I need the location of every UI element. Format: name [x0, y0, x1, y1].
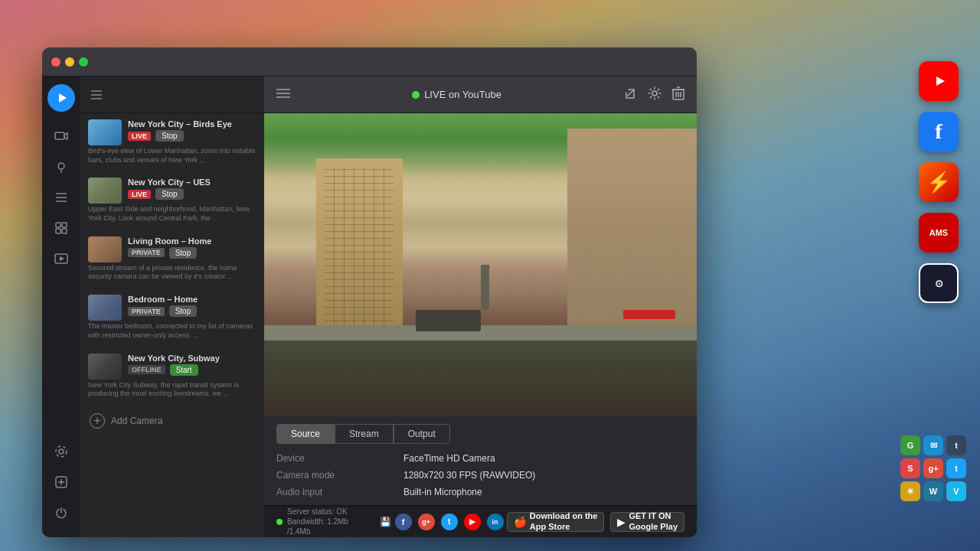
nav-medical-icon[interactable]	[49, 470, 74, 494]
svg-rect-14	[62, 229, 67, 233]
svg-marker-5	[64, 133, 67, 139]
google-play-icon: ▶	[617, 516, 626, 528]
camera-desc: Bird's-eye view of Lower Manhattan, zoom…	[88, 147, 256, 165]
camera-item[interactable]: New York City, Subway Offline Start New …	[80, 347, 264, 406]
live-status-text: LIVE on YouTube	[424, 89, 501, 100]
street-light	[481, 265, 489, 310]
camera-desc: Upper East Side and neighborhood, Manhat…	[88, 205, 256, 223]
nav-settings-icon[interactable]	[49, 439, 74, 464]
hamburger-menu-icon[interactable]	[276, 88, 290, 102]
device-label: Device	[276, 453, 391, 464]
camera-list-header	[80, 77, 264, 113]
video-background	[264, 113, 697, 416]
footer: Server status: OK Bandwidth: 1.2Mb /1.4M…	[264, 505, 697, 537]
small-icon-3[interactable]: t	[946, 435, 966, 455]
start-button[interactable]: Start	[170, 364, 198, 376]
nav-grid-icon[interactable]	[49, 216, 74, 240]
small-icon-7[interactable]: ☀	[900, 481, 920, 501]
youtube-dock-icon[interactable]	[919, 61, 959, 101]
social-icons: f g+ t ▶ in	[391, 514, 506, 530]
server-status: Server status: OK Bandwidth: 1.2Mb /1.4M…	[276, 507, 391, 536]
camera-name: New York City – Birds Eye	[128, 119, 256, 129]
device-value: FaceTime HD Camera	[403, 453, 684, 464]
small-icon-2[interactable]: ✉	[923, 435, 943, 455]
facebook-social-icon[interactable]: f	[395, 514, 412, 530]
ams-dock-icon[interactable]: AMS	[919, 213, 959, 253]
stop-button[interactable]: Stop	[169, 305, 198, 317]
tab-source[interactable]: Source	[276, 424, 335, 444]
add-camera-button[interactable]: + Add Camera	[80, 406, 264, 436]
status-badge: Offline	[128, 365, 165, 374]
small-icon-9[interactable]: V	[946, 481, 966, 501]
small-icon-8[interactable]: W	[923, 481, 943, 501]
stop-button[interactable]: Stop	[155, 188, 184, 200]
googleplus-social-icon[interactable]: g+	[418, 514, 435, 530]
nav-power-icon[interactable]	[49, 500, 74, 525]
app-store-text: Download on the App Store	[530, 511, 598, 531]
small-icon-5[interactable]: g+	[923, 458, 943, 478]
live-dot	[412, 91, 420, 99]
small-icon-4[interactable]: S	[900, 458, 920, 478]
twitter-social-icon[interactable]: t	[441, 514, 458, 530]
svg-rect-13	[56, 229, 60, 233]
add-circle-icon: +	[90, 413, 105, 429]
camera-name: New York City – UES	[128, 178, 256, 187]
camera-mode-label: Camera mode	[276, 470, 391, 481]
camera-item[interactable]: New York City – Birds Eye LIVE Stop Bird…	[80, 113, 264, 171]
s5-dock-icon[interactable]: ⊙	[919, 263, 959, 303]
camera-mode-value: 980x551 30 FPS (RAWVIDEO)	[403, 470, 684, 481]
youtube-social-icon[interactable]: ▶	[464, 514, 481, 530]
nav-play-icon[interactable]	[49, 246, 74, 271]
facebook-dock-icon[interactable]: f	[919, 112, 959, 152]
close-button[interactable]	[51, 57, 60, 67]
camera-thumbnail	[88, 354, 122, 380]
server-status-text: Server status: OK Bandwidth: 1.2Mb /1.4M…	[287, 507, 373, 536]
camera-thumbnail	[88, 295, 122, 321]
top-bar: LIVE on YouTube	[264, 77, 697, 113]
sidewalk	[264, 325, 697, 341]
audio-input-value: Built-in Microphone	[403, 487, 684, 497]
add-camera-label: Add Camera	[111, 416, 162, 426]
building-left-windows	[325, 168, 394, 334]
svg-rect-12	[62, 223, 67, 227]
camera-item[interactable]: New York City – UES LIVE Stop Upper East…	[80, 171, 264, 230]
traffic-lights	[51, 57, 88, 67]
minimize-button[interactable]	[65, 57, 74, 67]
google-play-text: GET IT ON Google Play	[629, 511, 678, 531]
nav-list-icon[interactable]	[49, 185, 74, 210]
main-content: New York City – Birds Eye LIVE Stop Bird…	[42, 77, 697, 537]
stop-button[interactable]: Stop	[169, 247, 198, 259]
bottom-controls: Source Stream Output Device FaceTime HD …	[264, 416, 697, 505]
svg-point-17	[59, 449, 64, 454]
svg-rect-11	[56, 223, 60, 227]
tab-output[interactable]: Output	[394, 424, 450, 444]
app-store-badge[interactable]: 🍎 Download on the App Store	[507, 512, 605, 532]
stop-button[interactable]: Stop	[155, 130, 184, 142]
camera-name: New York City, Subway	[128, 354, 256, 363]
small-dock: G ✉ t S g+ t ☀ W V	[900, 435, 966, 501]
tab-stream[interactable]: Stream	[335, 424, 394, 444]
google-play-badge[interactable]: ▶ GET IT ON Google Play	[610, 512, 684, 532]
app-logo[interactable]	[47, 84, 75, 112]
camera-item[interactable]: Bedroom – Home Private Stop The master b…	[80, 289, 264, 347]
nav-cameras-icon[interactable]	[49, 124, 74, 148]
nav-map-icon[interactable]	[49, 155, 74, 179]
share-icon[interactable]	[623, 86, 637, 103]
camera-item[interactable]: Living Room – Home Private Stop Secured …	[80, 230, 264, 289]
camera-desc: The master bedroom, connected to my list…	[88, 322, 256, 340]
live-indicator: LIVE on YouTube	[299, 89, 614, 100]
status-badge: LIVE	[128, 132, 151, 141]
flash-dock-icon[interactable]: ⚡	[919, 162, 959, 202]
delete-icon[interactable]	[672, 86, 684, 103]
source-tabs: Source Stream Output	[276, 424, 684, 444]
small-icon-1[interactable]: G	[900, 435, 920, 455]
svg-marker-16	[60, 256, 64, 261]
settings-icon[interactable]	[648, 86, 662, 103]
maximize-button[interactable]	[79, 57, 88, 67]
red-awning	[623, 310, 675, 319]
camera-desc: Secured stream of a private residence, t…	[88, 264, 256, 282]
linkedin-social-icon[interactable]: in	[487, 514, 504, 530]
car	[416, 310, 481, 331]
camera-thumbnail	[88, 178, 122, 204]
small-icon-6[interactable]: t	[946, 458, 966, 478]
